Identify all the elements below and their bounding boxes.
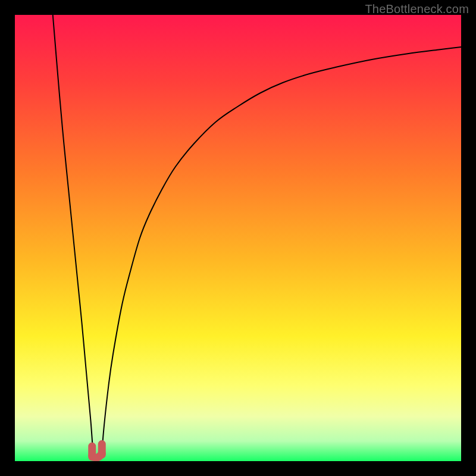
watermark-text: TheBottleneck.com xyxy=(365,2,469,16)
gradient-background xyxy=(15,15,461,461)
minimum-marker-connector xyxy=(92,453,102,458)
chart-svg xyxy=(15,15,461,461)
plot-area xyxy=(15,15,461,461)
chart-frame: TheBottleneck.com xyxy=(0,0,476,476)
